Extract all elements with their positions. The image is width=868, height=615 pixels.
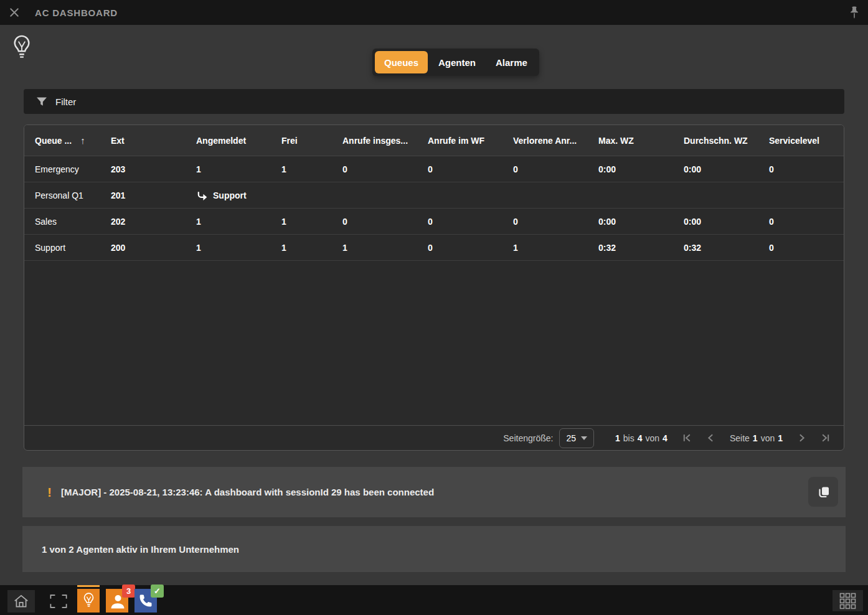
view-tabs: Queues Agenten Alarme: [372, 49, 539, 76]
cell-queue: Personal Q1: [24, 190, 111, 200]
sort-ascending-icon[interactable]: ↑: [80, 135, 85, 146]
cell-frei: 1: [281, 243, 342, 253]
table-row[interactable]: Personal Q1 201 Support: [24, 182, 844, 209]
table-row[interactable]: Sales 202 1 1 0 0 0 0:00 0:00 0: [24, 209, 844, 235]
tab-queues[interactable]: Queues: [375, 51, 428, 73]
cell-anrufe-im-wf: 0: [428, 243, 513, 253]
column-header-frei[interactable]: Frei: [281, 136, 342, 146]
info-banner: 1 von 2 Agenten aktiv in Ihrem Unternehm…: [22, 526, 846, 572]
column-header-servicelevel[interactable]: Servicelevel: [769, 136, 844, 146]
fullscreen-icon[interactable]: [46, 591, 71, 611]
alert-banner: ! [MAJOR] - 2025-08-21, 13:23:46: A dash…: [22, 467, 846, 517]
cell-ext: 203: [111, 164, 196, 174]
filter-icon: [36, 96, 47, 107]
page-size-select[interactable]: 25: [559, 428, 594, 448]
cell-anrufe-im-wf: 0: [428, 217, 513, 227]
redirect-target-label: Support: [213, 190, 247, 200]
cell-queue: Support: [24, 243, 111, 253]
dashboard-lightbulb-tile-icon: [77, 589, 100, 613]
taskbar: 3 ✓: [0, 585, 868, 615]
cell-verlorene-anr: 1: [513, 243, 598, 253]
active-indicator: [77, 585, 100, 587]
taskbar-item-contacts[interactable]: 3: [106, 585, 128, 613]
row-range-text: 1 bis 4 von 4: [615, 433, 668, 443]
column-header-anrufe-insges[interactable]: Anrufe insges...: [342, 136, 428, 146]
cell-servicelevel: 0: [769, 243, 844, 253]
contacts-person-icon: 3: [106, 589, 128, 613]
cell-frei: 1: [281, 164, 342, 174]
cell-anrufe-im-wf: 0: [428, 164, 513, 174]
cell-redirect: Support: [196, 190, 281, 200]
page-indicator-text: Seite 1 von 1: [730, 433, 783, 443]
tab-agenten[interactable]: Agenten: [429, 51, 485, 73]
cell-angemeldet: 1: [196, 243, 281, 253]
column-header-ext[interactable]: Ext: [111, 136, 196, 146]
taskbar-item-dashboard[interactable]: [77, 585, 100, 613]
page-size-label: Seitengröße:: [503, 433, 553, 443]
cell-anrufe-insges: 0: [342, 217, 428, 227]
page-size-value: 25: [566, 433, 576, 443]
cell-queue: Emergency: [24, 164, 111, 174]
pin-icon[interactable]: [846, 5, 863, 20]
column-header-verlorene-anr[interactable]: Verlorene Anr...: [513, 136, 598, 146]
apps-grid-icon[interactable]: [833, 590, 863, 611]
first-page-icon[interactable]: [681, 433, 692, 443]
cell-queue: Sales: [24, 217, 111, 227]
redirect-arrow-icon: [196, 190, 208, 200]
cell-angemeldet: 1: [196, 164, 281, 174]
tab-alarme[interactable]: Alarme: [486, 51, 537, 73]
check-icon: ✓: [151, 584, 164, 598]
copy-icon[interactable]: [808, 477, 838, 507]
cell-durchschn-wz: 0:00: [684, 164, 769, 174]
filter-label: Filter: [55, 96, 76, 107]
taskbar-item-phone[interactable]: ✓: [134, 585, 157, 613]
dropdown-caret-icon: [581, 436, 587, 440]
table-pagination: Seitengröße: 25 1 bis 4 von 4 Seite 1 vo…: [24, 425, 844, 450]
title-bar: AC DASHBOARD: [0, 0, 868, 25]
column-header-max-wz[interactable]: Max. WZ: [598, 136, 684, 146]
cell-servicelevel: 0: [769, 164, 844, 174]
cell-ext: 201: [111, 190, 196, 200]
table-row[interactable]: Support 200 1 1 1 0 1 0:32 0:32 0: [24, 235, 844, 261]
cell-anrufe-insges: 0: [342, 164, 428, 174]
info-message: 1 von 2 Agenten aktiv in Ihrem Unternehm…: [42, 544, 239, 555]
cell-max-wz: 0:00: [598, 217, 684, 227]
next-page-icon[interactable]: [796, 433, 807, 443]
phone-icon: ✓: [134, 589, 157, 613]
queues-table: Queue ... ↑ Ext Angemeldet Frei Anrufe i…: [24, 124, 844, 451]
close-icon[interactable]: [5, 3, 24, 22]
cell-ext: 200: [111, 243, 196, 253]
previous-page-icon[interactable]: [705, 433, 716, 443]
dashboard-lightbulb-icon: [11, 34, 32, 65]
cell-verlorene-anr: 0: [513, 164, 598, 174]
cell-servicelevel: 0: [769, 217, 844, 227]
contacts-badge: 3: [122, 584, 135, 598]
table-row[interactable]: Emergency 203 1 1 0 0 0 0:00 0:00 0: [24, 156, 844, 182]
cell-ext: 202: [111, 217, 196, 227]
cell-angemeldet: 1: [196, 217, 281, 227]
cell-verlorene-anr: 0: [513, 217, 598, 227]
filter-bar[interactable]: Filter: [24, 89, 844, 114]
cell-frei: 1: [281, 217, 342, 227]
last-page-icon[interactable]: [821, 433, 831, 443]
column-header-anrufe-im-wf[interactable]: Anrufe im WF: [428, 136, 513, 146]
alert-message: [MAJOR] - 2025-08-21, 13:23:46: A dashbo…: [61, 487, 434, 497]
cell-durchschn-wz: 0:00: [684, 217, 769, 227]
window-title: AC DASHBOARD: [35, 7, 118, 18]
cell-max-wz: 0:00: [598, 164, 684, 174]
column-header-queue[interactable]: Queue ... ↑: [24, 135, 111, 146]
column-header-angemeldet[interactable]: Angemeldet: [196, 136, 281, 146]
home-button[interactable]: [7, 590, 35, 613]
table-empty-area: [24, 261, 844, 425]
table-header-row: Queue ... ↑ Ext Angemeldet Frei Anrufe i…: [24, 125, 844, 156]
column-header-durchschn-wz[interactable]: Durchschn. WZ: [684, 136, 769, 146]
cell-max-wz: 0:32: [598, 243, 684, 253]
cell-anrufe-insges: 1: [342, 243, 428, 253]
exclamation-icon: !: [47, 485, 52, 500]
cell-durchschn-wz: 0:32: [684, 243, 769, 253]
